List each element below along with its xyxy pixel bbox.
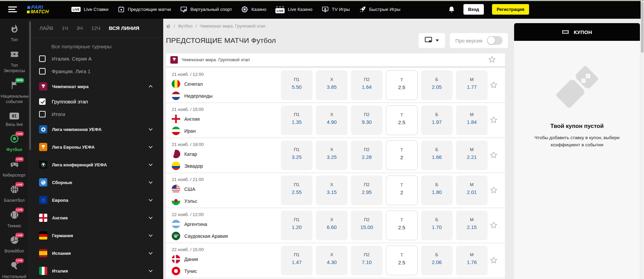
sidebar-sport-Волейбол[interactable]: LIVE Волейбол (0, 235, 29, 254)
odd-cell-p1[interactable]: П11.20 (281, 211, 312, 240)
header-nav-item[interactable]: Предстоящие матчи (118, 6, 171, 13)
sidebar-sport-Футбол[interactable]: LIVE Футбол (0, 134, 29, 153)
filter-league-Италия[interactable]: Италия (29, 262, 163, 279)
filter-check-Групповой этап[interactable]: Групповой этап (29, 95, 163, 108)
favorite-star-icon[interactable] (489, 151, 498, 160)
tab-1Ч[interactable]: 1Ч (62, 25, 68, 31)
sidebar-sport-Баскетбол[interactable]: LIVE Баскетбол (0, 185, 29, 203)
page-scrollbar[interactable] (641, 1, 644, 279)
view-settings-button[interactable] (419, 33, 445, 48)
filter-league-Европа[interactable]: Европа (29, 191, 163, 209)
home-flame-icon[interactable] (166, 24, 171, 29)
chevron-icon[interactable] (149, 268, 152, 272)
breadcrumb-tournament[interactable]: Чемпионат мира. Групповой этап (200, 24, 266, 29)
favorite-star-icon[interactable] (489, 116, 498, 125)
odd-cell-p2[interactable]: П29.30 (351, 105, 383, 135)
team-home[interactable]: США (172, 185, 195, 193)
odd-cell-p2[interactable]: П21.64 (351, 70, 383, 100)
sidebar-scrollbar[interactable] (29, 21, 31, 150)
chevron-icon[interactable] (149, 180, 152, 184)
filter-check-Франция. Лига 1[interactable]: Франция. Лига 1 (29, 65, 163, 78)
odd-cell-p1[interactable]: П13.25 (281, 141, 312, 170)
team-away[interactable]: Иран (172, 127, 196, 135)
odd-cell-b[interactable]: Б1.66 (421, 141, 453, 170)
odd-cell-p1[interactable]: П11.35 (281, 105, 312, 135)
odd-cell-m[interactable]: М2.01 (456, 176, 488, 205)
header-nav-item[interactable]: LIVE Live Ставки (71, 6, 108, 13)
favorite-star-icon[interactable] (489, 186, 498, 195)
filter-league-Испания[interactable]: Испания (29, 244, 163, 262)
page-scrollbar-thumb[interactable] (641, 2, 644, 53)
odd-cell-b[interactable]: Б2.06 (421, 246, 453, 275)
checkbox[interactable] (39, 98, 46, 105)
checkbox[interactable] (39, 68, 46, 75)
odd-cell-t[interactable]: Т2.5 (386, 70, 418, 100)
odd-cell-t[interactable]: Т2.5 (386, 211, 418, 240)
odd-cell-x[interactable]: Х3.25 (316, 141, 348, 170)
tab-ЛАЙВ[interactable]: ЛАЙВ (39, 25, 53, 31)
odd-cell-x[interactable]: Х3.85 (316, 70, 348, 100)
header-nav-item[interactable]: ★ ★ ★LIVE Live Казино (275, 6, 312, 13)
odd-cell-p2[interactable]: П22.28 (351, 141, 383, 170)
sidebar-sport-Весь live[interactable]: 81 Весь live (0, 112, 29, 128)
odd-cell-p2[interactable]: П215.00 (351, 211, 383, 240)
header-nav-item[interactable]: Виртуальный спорт (180, 6, 232, 13)
header-nav-item[interactable]: TV Игры (322, 6, 350, 13)
team-home[interactable]: Сенегал (172, 80, 203, 88)
checkbox[interactable] (39, 55, 46, 62)
breadcrumb-sport[interactable]: Футбол (178, 24, 192, 29)
odd-cell-t[interactable]: Т2 (386, 176, 418, 205)
filter-league-Лига Европы УЕФА[interactable]: Лига Европы УЕФА (29, 138, 163, 156)
tab-3Ч[interactable]: 3Ч (77, 25, 83, 31)
pro-version-toggle[interactable] (487, 36, 503, 45)
odd-cell-p2[interactable]: П27.10 (351, 246, 383, 275)
odd-cell-t[interactable]: Т2 (386, 141, 418, 170)
team-home[interactable]: Катар (172, 150, 197, 158)
filter-league-Германия[interactable]: Германия (29, 227, 163, 244)
chevron-icon[interactable] (149, 145, 152, 148)
odd-cell-b[interactable]: Б2.05 (421, 70, 453, 100)
favorite-star-icon[interactable] (489, 221, 498, 230)
checkbox[interactable] (39, 111, 46, 117)
odd-cell-m[interactable]: М2.15 (456, 211, 488, 240)
team-away[interactable]: Тунис (172, 267, 197, 275)
filter-league-Сборные[interactable]: Сборные (29, 174, 163, 191)
favorite-star-icon[interactable] (488, 55, 496, 64)
hamburger-menu-icon[interactable] (8, 5, 17, 14)
chevron-icon[interactable] (149, 233, 152, 237)
odd-cell-p1[interactable]: П11.47 (281, 246, 312, 275)
odd-cell-p1[interactable]: П12.55 (281, 176, 312, 205)
odd-cell-p1[interactable]: П15.50 (281, 70, 312, 100)
team-away[interactable]: Эквадор (172, 162, 203, 170)
filter-check-Италия. Серия А[interactable]: Италия. Серия А (29, 52, 163, 65)
filter-league-Англия[interactable]: Англия (29, 209, 163, 227)
odd-cell-x[interactable]: Х4.30 (316, 246, 348, 275)
header-nav-item[interactable]: Казино (241, 6, 266, 13)
sidebar-sport-Киберспорт[interactable]: LIVE Киберспорт (0, 160, 29, 178)
odd-cell-m[interactable]: М1.84 (456, 105, 488, 135)
odd-cell-m[interactable]: М2.21 (456, 141, 488, 170)
odd-cell-x[interactable]: Х4.90 (316, 105, 348, 135)
login-button[interactable]: Вход (463, 4, 484, 15)
odd-cell-x[interactable]: Х3.15 (316, 176, 348, 205)
chevron-icon[interactable] (149, 162, 152, 166)
chevron-icon[interactable] (149, 85, 152, 89)
chevron-icon[interactable] (149, 198, 152, 201)
sidebar-sport-Топ[interactable]: Топ (0, 24, 29, 43)
chevron-icon[interactable] (149, 215, 152, 219)
sidebar-sport-Настольный теннис[interactable]: LIVE Настольный теннис (0, 261, 29, 279)
sidebar-sport-Топ Экспрессы[interactable]: Топ Экспрессы (0, 50, 29, 74)
odd-cell-m[interactable]: М1.76 (456, 246, 488, 275)
tournament-group-header[interactable]: Чемпионат мира. Групповой этап (166, 53, 505, 66)
favorite-star-icon[interactable] (489, 256, 498, 265)
team-home[interactable]: Англия (172, 115, 200, 123)
filter-check-Итоги[interactable]: Итоги (29, 108, 163, 120)
team-home[interactable]: Дания (172, 255, 198, 263)
odd-cell-t[interactable]: Т2.5 (386, 105, 418, 135)
odd-cell-x[interactable]: Х6.60 (316, 211, 348, 240)
filter-league-Лига чемпионов УЕФА[interactable]: Лига чемпионов УЕФА (29, 120, 163, 138)
odd-cell-b[interactable]: Б1.70 (421, 211, 453, 240)
chevron-icon[interactable] (149, 251, 152, 255)
sidebar-sport-Национальные события[interactable]: NEW Национальные события (0, 81, 29, 105)
odd-cell-p2[interactable]: П22.95 (351, 176, 383, 205)
